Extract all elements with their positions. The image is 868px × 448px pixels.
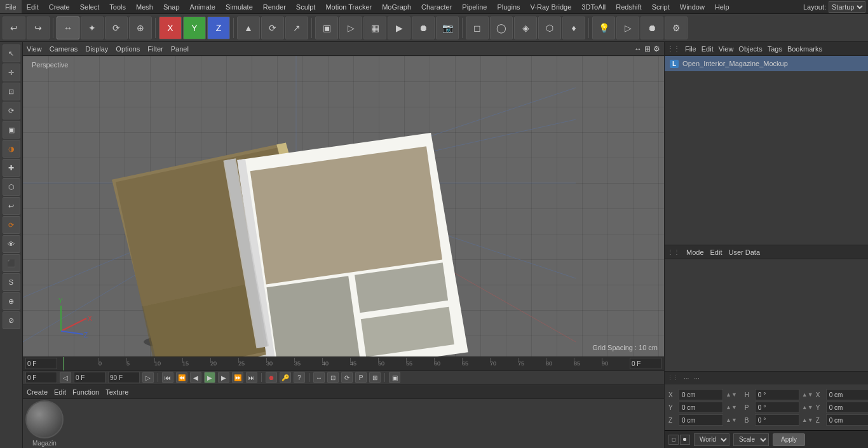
coord-h-arrow[interactable]: ▲▼ — [802, 391, 813, 398]
menu-create[interactable]: Create — [44, 0, 75, 13]
menu-edit[interactable]: Edit — [22, 0, 44, 13]
prev-key-btn[interactable]: ◀ — [190, 372, 201, 383]
preview-end-btn[interactable]: ▷ — [142, 372, 154, 383]
bend-btn[interactable]: ↩ — [3, 197, 20, 215]
viewport-settings-btn[interactable]: ⚙ — [653, 44, 660, 53]
coord-p-arrow[interactable]: ▲▼ — [802, 404, 813, 411]
keyframe-mode-btn[interactable]: ⊞ — [369, 372, 381, 383]
menu-3dtoall[interactable]: 3DToAll — [576, 0, 611, 13]
coord-sz-input[interactable] — [826, 414, 868, 426]
render-view-button[interactable]: ⏺ — [641, 17, 663, 39]
coord-p-input[interactable] — [755, 402, 799, 413]
menu-mograph[interactable]: MoGraph — [377, 0, 416, 13]
menu-help[interactable]: Help — [710, 0, 735, 13]
obj-menu-edit[interactable]: Edit — [702, 45, 714, 53]
rotate-tool-button[interactable]: ⟳ — [105, 17, 128, 39]
vp-menu-filter[interactable]: Filter — [147, 45, 163, 53]
z-axis-button[interactable]: Z — [207, 17, 230, 39]
camera-button[interactable]: 📷 — [436, 17, 459, 39]
help-btn[interactable]: ? — [294, 372, 305, 383]
menu-mesh[interactable]: Mesh — [131, 0, 158, 13]
obj-menu-bookmarks[interactable]: Bookmarks — [787, 45, 822, 53]
bottom-icon-2[interactable]: ⏺ — [680, 435, 690, 445]
cube-button[interactable]: ◻ — [466, 17, 489, 39]
bottom-icon-1[interactable]: ◻ — [668, 435, 679, 445]
scale-dropdown[interactable]: Scale — [733, 433, 769, 446]
sky-button[interactable]: ▦ — [363, 17, 386, 39]
timeline-view-btn[interactable]: ▣ — [389, 372, 400, 383]
coord-expand-icon[interactable]: ··· — [684, 375, 689, 382]
menu-animate[interactable]: Animate — [185, 0, 220, 13]
pos-key-btn[interactable]: P — [355, 372, 367, 383]
coord-z-arrow[interactable]: ▲▼ — [726, 417, 737, 423]
autokey-btn[interactable]: 🔑 — [280, 372, 291, 383]
object-row[interactable]: L Open_Interior_Magazine_Mockup — [665, 56, 868, 71]
plane-button[interactable]: ⬡ — [538, 17, 561, 39]
coord-x-arrow[interactable]: ▲▼ — [726, 391, 737, 398]
coord-x-input[interactable] — [679, 389, 723, 400]
menu-plugins[interactable]: Plugins — [492, 0, 525, 13]
menu-tools[interactable]: Tools — [104, 0, 131, 13]
coord-y-arrow[interactable]: ▲▼ — [726, 404, 737, 411]
menu-window[interactable]: Window — [675, 0, 710, 13]
menu-motion-tracker[interactable]: Motion Tracker — [320, 0, 377, 13]
goto-end-btn[interactable]: ⏭ — [246, 372, 257, 383]
world-dropdown[interactable]: World — [694, 433, 729, 446]
coord-sx-input[interactable] — [826, 389, 868, 400]
scale-tool-button[interactable]: ✦ — [81, 17, 104, 39]
goto-start-btn[interactable]: ⏮ — [162, 372, 173, 383]
mat-menu-create[interactable]: Create — [27, 388, 48, 396]
material-item[interactable]: Magazin — [25, 400, 64, 447]
light-button[interactable]: 💡 — [592, 17, 615, 39]
x-axis-button[interactable]: X — [159, 17, 182, 39]
sculpt-btn[interactable]: ⊘ — [3, 311, 20, 329]
floor-tool-btn[interactable]: ⬛ — [3, 254, 20, 272]
render-button[interactable]: ▷ — [616, 17, 639, 39]
paint-btn[interactable]: ◑ — [3, 140, 20, 158]
coord-z-input[interactable] — [679, 414, 723, 426]
render-settings-button[interactable]: ⚙ — [665, 17, 688, 39]
move-tool-button[interactable]: ↔ — [57, 17, 79, 39]
attr-menu-mode[interactable]: Mode — [686, 248, 704, 256]
vp-menu-display[interactable]: Display — [85, 45, 108, 53]
null-button[interactable]: ▣ — [315, 17, 338, 39]
obj-menu-file[interactable]: File — [685, 45, 696, 53]
prev-frame-btn[interactable]: ⏪ — [176, 372, 187, 383]
menu-redshift[interactable]: Redshift — [611, 0, 646, 13]
menu-sculpt[interactable]: Sculpt — [291, 0, 321, 13]
play-btn[interactable]: ▶ — [204, 372, 215, 383]
bg-button[interactable]: ▶ — [388, 17, 410, 39]
coord-b-arrow[interactable]: ▲▼ — [802, 417, 813, 423]
vp-menu-options[interactable]: Options — [116, 45, 140, 53]
coord-b-input[interactable] — [755, 414, 799, 426]
viewport-expand-btn[interactable]: ↔ — [634, 44, 642, 53]
menu-script[interactable]: Script — [647, 0, 675, 13]
sphere-button[interactable]: ◯ — [490, 17, 513, 39]
knife-btn[interactable]: ✚ — [3, 159, 20, 177]
menu-character[interactable]: Character — [416, 0, 457, 13]
current-frame-input[interactable] — [630, 358, 661, 369]
menu-snap[interactable]: Snap — [158, 0, 185, 13]
next-key-btn[interactable]: ▶ — [218, 372, 229, 383]
scale-keys-btn[interactable]: ⊡ — [327, 372, 339, 383]
camera-tool-btn[interactable]: 👁 — [3, 235, 20, 253]
coord-h-input[interactable] — [755, 389, 799, 400]
rotate-keys-btn[interactable]: ⟳ — [341, 372, 353, 383]
render-region-btn[interactable]: ▣ — [3, 121, 20, 139]
move-tool-btn[interactable]: ✛ — [3, 64, 20, 81]
viewport-canvas[interactable]: Perspective — [23, 56, 664, 356]
next-frame-btn[interactable]: ⏩ — [232, 372, 243, 383]
menu-file[interactable]: File — [0, 0, 22, 13]
coord-sy-input[interactable] — [826, 402, 868, 413]
menu-pipeline[interactable]: Pipeline — [457, 0, 492, 13]
cylinder-button[interactable]: ◈ — [514, 17, 537, 39]
menu-render[interactable]: Render — [258, 0, 291, 13]
playback-current-input[interactable] — [74, 372, 105, 383]
vp-menu-panel[interactable]: Panel — [171, 45, 189, 53]
preview-start-btn[interactable]: ◁ — [60, 372, 71, 383]
magnet-btn[interactable]: ⊕ — [3, 292, 20, 310]
apply-button[interactable]: Apply — [773, 433, 805, 446]
obj-menu-tags[interactable]: Tags — [768, 45, 782, 53]
viewport-icon-btn[interactable]: ⊞ — [644, 44, 651, 53]
record-btn[interactable]: ⏺ — [266, 372, 277, 383]
